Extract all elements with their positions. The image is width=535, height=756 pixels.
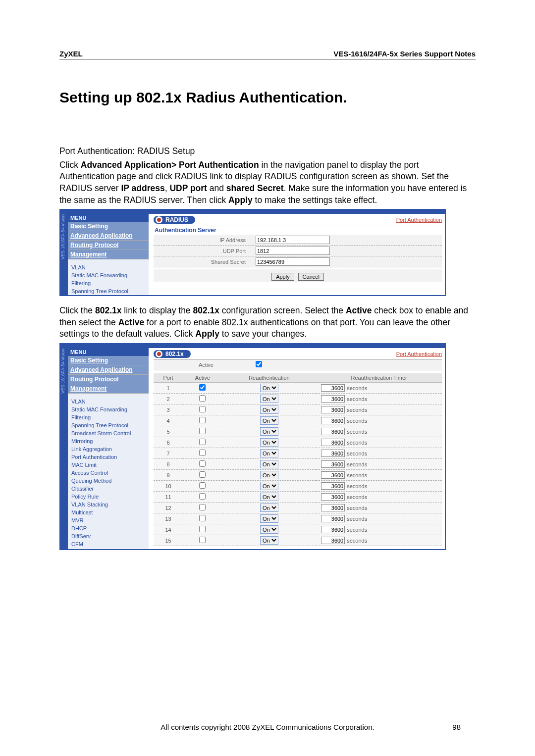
reauth-select[interactable]: On xyxy=(260,384,278,392)
sidebar-item-advanced[interactable]: Advanced Application xyxy=(60,231,149,241)
port-active-checkbox[interactable] xyxy=(199,417,206,423)
port-active-checkbox[interactable] xyxy=(199,515,206,521)
timer-input[interactable] xyxy=(321,515,345,522)
timer-input[interactable] xyxy=(321,526,345,533)
reauth-select[interactable]: On xyxy=(260,493,278,501)
port-active-checkbox[interactable] xyxy=(199,460,206,467)
sidebar-sub[interactable]: Access Control xyxy=(60,469,149,477)
sidebar-sub[interactable]: Queuing Method xyxy=(60,477,149,485)
table-row: 2Onseconds xyxy=(154,394,442,404)
port-active-checkbox[interactable] xyxy=(199,504,206,510)
reauth-select[interactable]: On xyxy=(260,395,278,403)
sidebar-sub[interactable]: VLAN xyxy=(60,398,149,405)
col-active: Active xyxy=(183,373,222,383)
timer-input[interactable] xyxy=(321,428,345,435)
reauth-select[interactable]: On xyxy=(260,405,278,414)
timer-input[interactable] xyxy=(321,439,345,446)
timer-input[interactable] xyxy=(321,395,345,403)
port-active-checkbox[interactable] xyxy=(199,450,206,456)
sidebar-sub[interactable]: Broadcast Storm Control xyxy=(60,429,149,437)
sidebar-sub[interactable]: Policy Rule xyxy=(60,493,149,501)
reauth-select[interactable]: On xyxy=(260,460,278,468)
port-active-checkbox[interactable] xyxy=(199,482,206,489)
port-active-checkbox[interactable] xyxy=(199,428,206,434)
table-row: 6Onseconds xyxy=(154,437,442,448)
udp-input[interactable] xyxy=(256,247,330,255)
pill-dot-icon xyxy=(156,216,162,223)
reauth-select[interactable]: On xyxy=(260,514,278,523)
sidebar-sub[interactable]: Mirroring xyxy=(60,437,149,445)
timer-input[interactable] xyxy=(321,471,345,479)
sidebar-sub[interactable]: Spanning Tree Protocol xyxy=(60,421,149,429)
port-auth-link[interactable]: Port Authentication xyxy=(396,351,442,357)
timer-input[interactable] xyxy=(321,537,345,544)
seconds-label: seconds xyxy=(347,418,367,424)
timer-input[interactable] xyxy=(321,450,345,457)
port-active-checkbox[interactable] xyxy=(199,395,206,402)
reauth-select[interactable]: On xyxy=(260,525,278,534)
port-cell: 4 xyxy=(154,415,183,426)
port-active-checkbox[interactable] xyxy=(199,439,206,445)
sidebar-item-routing[interactable]: Routing Protocol xyxy=(60,241,149,250)
apply-button[interactable]: Apply xyxy=(271,273,294,281)
cancel-button[interactable]: Cancel xyxy=(298,273,324,281)
sidebar-item-routing[interactable]: Routing Protocol xyxy=(60,375,149,384)
sidebar-sub[interactable]: Spanning Tree Protocol xyxy=(60,287,149,295)
sidebar-sub[interactable]: Classifier xyxy=(60,485,149,493)
reauth-select[interactable]: On xyxy=(260,438,278,447)
sidebar-item-basic[interactable]: Basic Setting xyxy=(60,222,149,231)
sidebar: Vision VES-1616FA-54 MENU Basic Setting … xyxy=(60,214,149,295)
reauth-select[interactable]: On xyxy=(260,449,278,457)
port-active-checkbox[interactable] xyxy=(199,537,206,543)
timer-input[interactable] xyxy=(321,493,345,501)
global-active-checkbox[interactable] xyxy=(256,361,262,367)
port-cell: 1 xyxy=(154,383,183,394)
sidebar-sub[interactable]: MAC Limit xyxy=(60,461,149,469)
sidebar-sub[interactable]: VLAN Stacking xyxy=(60,501,149,508)
timer-input[interactable] xyxy=(321,482,345,490)
port-active-checkbox[interactable] xyxy=(199,384,206,391)
port-auth-link[interactable]: Port Authentication xyxy=(396,217,442,223)
seconds-label: seconds xyxy=(347,516,367,522)
sidebar-sub[interactable]: Port Authentication xyxy=(60,453,149,461)
sidebar-sub[interactable]: VLAN xyxy=(60,263,149,271)
sidebar-sub[interactable]: CFM xyxy=(60,540,149,548)
port-active-checkbox[interactable] xyxy=(199,493,206,500)
reauth-select[interactable]: On xyxy=(260,536,278,545)
sidebar-sub[interactable]: Filtering xyxy=(60,413,149,421)
secret-input[interactable] xyxy=(256,257,330,266)
sidebar-item-management[interactable]: Management xyxy=(60,250,149,259)
reauth-select[interactable]: On xyxy=(260,427,278,436)
sidebar-sub[interactable]: Static MAC Forwarding xyxy=(60,405,149,413)
sidebar-item-management[interactable]: Management xyxy=(60,384,149,394)
timer-input[interactable] xyxy=(321,417,345,424)
sidebar-sub[interactable]: Link Aggregation xyxy=(60,445,149,453)
sidebar-item-advanced[interactable]: Advanced Application xyxy=(60,365,149,375)
port-active-checkbox[interactable] xyxy=(199,406,206,412)
port-active-checkbox[interactable] xyxy=(199,471,206,478)
sidebar-sub[interactable]: MVR xyxy=(60,516,149,524)
reauth-select[interactable]: On xyxy=(260,482,278,490)
port-cell: 13 xyxy=(154,513,183,524)
col-timer: Reauthentication Timer xyxy=(316,373,442,383)
port-cell: 10 xyxy=(154,481,183,492)
sidebar-item-basic[interactable]: Basic Setting xyxy=(60,356,149,365)
timer-input[interactable] xyxy=(321,460,345,468)
port-cell: 9 xyxy=(154,470,183,481)
dot1x-content: 802.1x Port Authentication Active Port A… xyxy=(149,348,445,549)
sidebar-sub[interactable]: Static MAC Forwarding xyxy=(60,271,149,279)
radius-content: RADIUS Port Authentication Authenticatio… xyxy=(149,214,445,295)
ip-input[interactable] xyxy=(256,236,330,244)
reauth-select[interactable]: On xyxy=(260,471,278,479)
timer-input[interactable] xyxy=(321,504,345,511)
sidebar-sub[interactable]: DHCP xyxy=(60,524,149,532)
sidebar-sub[interactable]: DiffServ xyxy=(60,532,149,540)
timer-input[interactable] xyxy=(321,384,345,392)
sidebar-sub[interactable]: Filtering xyxy=(60,279,149,287)
timer-input[interactable] xyxy=(321,406,345,413)
sidebar-sub[interactable]: Multicast xyxy=(60,508,149,516)
seconds-label: seconds xyxy=(347,451,367,456)
reauth-select[interactable]: On xyxy=(260,416,278,425)
reauth-select[interactable]: On xyxy=(260,504,278,512)
port-active-checkbox[interactable] xyxy=(199,526,206,532)
